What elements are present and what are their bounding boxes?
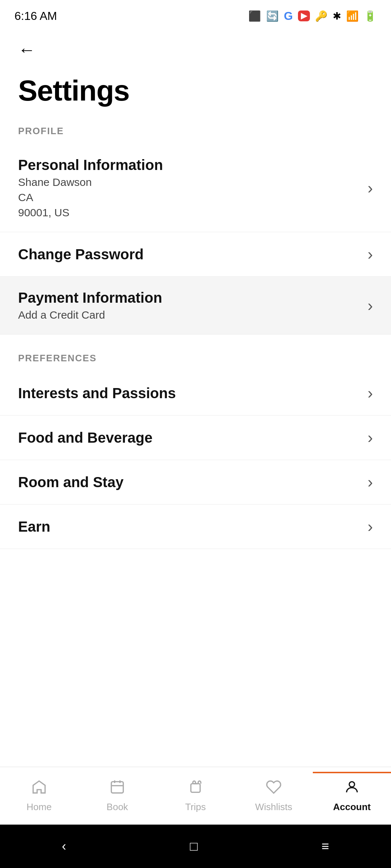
payment-information-content: Payment Information Add a Credit Card	[18, 290, 162, 321]
status-bar: 6:16 AM ⬛ 🔄 G ▶ 🔑 ✱ 📶 🔋	[0, 0, 391, 29]
home-icon	[31, 779, 47, 799]
account-icon	[344, 779, 360, 799]
nav-home-label: Home	[26, 801, 51, 813]
payment-information-chevron: ›	[367, 297, 373, 315]
room-stay-chevron: ›	[367, 473, 373, 491]
payment-information-item[interactable]: Payment Information Add a Credit Card ›	[0, 277, 391, 335]
wifi-icon: 📶	[346, 10, 359, 22]
personal-information-item[interactable]: Personal Information Shane Dawson CA 900…	[0, 144, 391, 232]
interests-passions-title: Interests and Passions	[18, 385, 176, 401]
personal-information-chevron: ›	[367, 179, 373, 197]
back-arrow-icon: ←	[18, 40, 35, 59]
page-title: Settings	[18, 74, 373, 107]
room-stay-item[interactable]: Room and Stay ›	[0, 460, 391, 505]
system-home-button[interactable]: □	[190, 839, 198, 854]
trips-icon	[188, 779, 203, 799]
page-title-section: Settings	[0, 63, 391, 122]
rotate-icon: 🔄	[266, 10, 279, 22]
system-nav: ‹ □ ≡	[0, 825, 391, 868]
system-menu-button[interactable]: ≡	[321, 839, 329, 854]
google-icon: G	[284, 9, 293, 23]
wishlists-icon	[266, 779, 282, 799]
change-password-item[interactable]: Change Password ›	[0, 232, 391, 277]
nav-wishlists[interactable]: Wishlists	[235, 773, 313, 818]
change-password-title: Change Password	[18, 246, 144, 263]
earn-item[interactable]: Earn ›	[0, 505, 391, 549]
earn-title: Earn	[18, 519, 50, 535]
nav-account-label: Account	[333, 801, 371, 813]
svg-rect-1	[191, 784, 200, 792]
nav-book[interactable]: Book	[78, 773, 156, 818]
nav-home[interactable]: Home	[0, 773, 78, 818]
bluetooth-icon: ✱	[333, 10, 341, 22]
room-stay-title: Room and Stay	[18, 474, 123, 490]
personal-info-state: CA	[18, 191, 163, 204]
camera-icon: ⬛	[248, 10, 261, 22]
food-beverage-title: Food and Beverage	[18, 430, 152, 446]
interests-passions-content: Interests and Passions	[18, 385, 176, 401]
bottom-nav: Home Book Trips Wishlists	[0, 767, 391, 825]
earn-content: Earn	[18, 519, 50, 535]
food-beverage-content: Food and Beverage	[18, 430, 152, 446]
svg-rect-0	[112, 782, 123, 793]
food-beverage-chevron: ›	[367, 429, 373, 447]
back-button[interactable]: ←	[0, 29, 391, 63]
earn-chevron: ›	[367, 518, 373, 536]
change-password-chevron: ›	[367, 245, 373, 263]
status-icons: ⬛ 🔄 G ▶ 🔑 ✱ 📶 🔋	[248, 9, 377, 23]
personal-info-zip: 90001, US	[18, 207, 163, 219]
payment-information-subtitle: Add a Credit Card	[18, 309, 162, 321]
battery-icon: 🔋	[364, 10, 377, 22]
key-icon: 🔑	[315, 10, 328, 22]
personal-info-name: Shane Dawson	[18, 176, 163, 188]
personal-information-title: Personal Information	[18, 157, 163, 173]
svg-point-2	[349, 782, 355, 787]
nav-book-label: Book	[106, 801, 128, 813]
settings-content: PROFILE Personal Information Shane Dawso…	[0, 122, 391, 549]
nav-trips-label: Trips	[185, 801, 206, 813]
status-time: 6:16 AM	[14, 9, 57, 23]
nav-account[interactable]: Account	[313, 772, 391, 818]
interests-passions-chevron: ›	[367, 384, 373, 402]
nav-trips[interactable]: Trips	[156, 773, 235, 818]
nav-wishlists-label: Wishlists	[255, 801, 293, 813]
payment-information-title: Payment Information	[18, 290, 162, 306]
book-icon	[109, 779, 125, 799]
video-red-icon: ▶	[298, 10, 310, 21]
interests-passions-item[interactable]: Interests and Passions ›	[0, 371, 391, 416]
change-password-content: Change Password	[18, 246, 144, 263]
personal-information-content: Personal Information Shane Dawson CA 900…	[18, 157, 163, 219]
system-back-button[interactable]: ‹	[62, 839, 66, 854]
profile-section-label: PROFILE	[0, 122, 391, 144]
room-stay-content: Room and Stay	[18, 474, 123, 490]
food-beverage-item[interactable]: Food and Beverage ›	[0, 416, 391, 460]
preferences-section-label: PREFERENCES	[0, 349, 391, 371]
